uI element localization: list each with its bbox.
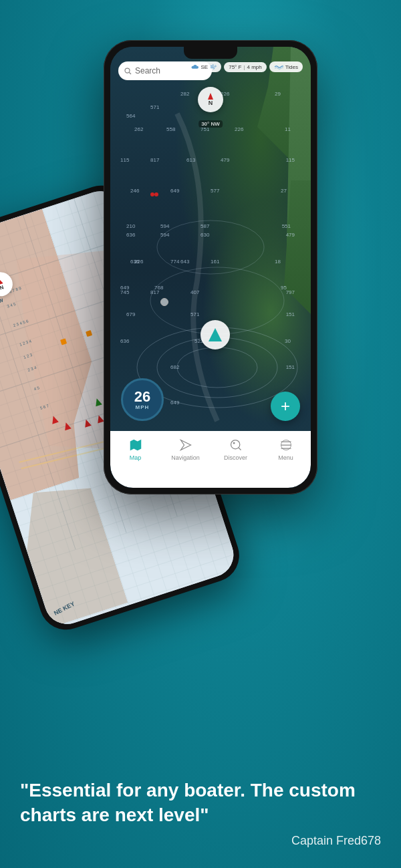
weather-direction: SE: [201, 64, 209, 70]
weather-temp-pill: SE: [186, 61, 222, 72]
map-front: 564 571 282 226 29 262 558 751 226 11 11…: [110, 47, 311, 488]
menu-icon: [279, 438, 293, 452]
triangle-inner: [209, 328, 222, 341]
weather-temp: 75° F: [229, 64, 241, 70]
svg-point-16: [125, 68, 130, 73]
depth-558: 558: [166, 126, 175, 132]
quote-section: "Essential for any boater. The custom ch…: [0, 778, 401, 848]
nav-item-discover[interactable]: Discover: [216, 438, 256, 461]
compass-front[interactable]: N: [198, 87, 223, 112]
depth-643: 643: [180, 259, 189, 265]
navigation-icon: [179, 438, 192, 452]
notch: [184, 47, 237, 59]
discover-icon: [229, 438, 243, 452]
contour-svg: [110, 47, 311, 488]
bearing-label-front: 30° NW: [198, 120, 223, 128]
nav-discover-label: Discover: [224, 454, 247, 461]
depth-479: 479: [221, 157, 229, 163]
quote-text: "Essential for any boater. The custom ch…: [20, 778, 381, 827]
compass-n-label: N: [209, 100, 213, 106]
svg-rect-20: [233, 442, 235, 444]
depth-27: 27: [281, 188, 287, 194]
depth-797: 797: [286, 289, 295, 295]
weather-wind-pill: 75° F | 4 mph: [224, 62, 267, 72]
depth-262: 262: [134, 126, 143, 132]
nav-item-menu[interactable]: Menu: [266, 438, 306, 461]
svg-marker-18: [180, 440, 190, 450]
nav-item-map[interactable]: Map: [116, 438, 156, 461]
svg-line-17: [129, 72, 131, 74]
search-icon: [124, 67, 132, 75]
compass-arrow: [208, 93, 213, 100]
depth-564: 564: [126, 113, 135, 119]
nav-item-navigation[interactable]: Navigation: [166, 438, 206, 461]
depth-817a: 817: [150, 157, 159, 163]
tides-icon: [274, 63, 283, 70]
hazard-marker-2: [154, 192, 158, 196]
depth-649a: 649: [170, 188, 179, 194]
bottom-nav: Map Navigation Discover: [110, 431, 311, 488]
depth-577: 577: [211, 188, 219, 194]
depth-115: 115: [120, 157, 129, 163]
depth-246a: 246: [130, 188, 139, 194]
weather-wind: 4 mph: [247, 64, 262, 70]
depth-11: 11: [285, 126, 291, 132]
fab-button[interactable]: +: [271, 392, 300, 421]
nav-map-label: Map: [130, 454, 142, 461]
depth-18a: 18: [275, 259, 281, 265]
depth-226b: 226: [235, 126, 243, 132]
weather-widget: SE 75° F | 4 mph Tides: [186, 61, 303, 72]
nav-navigation-label: Navigation: [171, 454, 200, 461]
phone-front: 564 571 282 226 29 262 558 751 226 11 11…: [104, 40, 317, 494]
svg-point-14: [157, 221, 264, 274]
speed-value: 26: [134, 390, 150, 404]
boat-triangle: [200, 320, 230, 349]
boat-marker: [200, 320, 230, 349]
tides-label: Tides: [285, 64, 298, 70]
nav-menu-label: Menu: [278, 454, 293, 461]
depth-407: 407: [190, 289, 199, 295]
depth-551: 551: [282, 223, 291, 229]
depth-282: 282: [180, 91, 189, 97]
quote-author: Captain Fred678: [20, 834, 381, 848]
svg-point-12: [177, 347, 257, 388]
depth-210: 210: [126, 223, 135, 229]
fab-icon: +: [281, 397, 290, 416]
depth-115b: 115: [286, 157, 295, 163]
wind-icon: [210, 63, 217, 70]
speed-indicator: 26 MPH: [121, 378, 164, 421]
svg-point-19: [231, 440, 239, 449]
map-icon: [128, 438, 143, 452]
depth-29: 29: [275, 91, 281, 97]
depth-594a: 594: [160, 223, 169, 229]
tides-pill: Tides: [269, 61, 303, 72]
depth-587: 587: [200, 223, 209, 229]
depth-613: 613: [186, 157, 195, 163]
search-placeholder: Search: [135, 66, 160, 76]
depth-571: 571: [150, 104, 159, 110]
speed-unit: MPH: [136, 404, 150, 410]
cloud-icon: [191, 63, 199, 70]
